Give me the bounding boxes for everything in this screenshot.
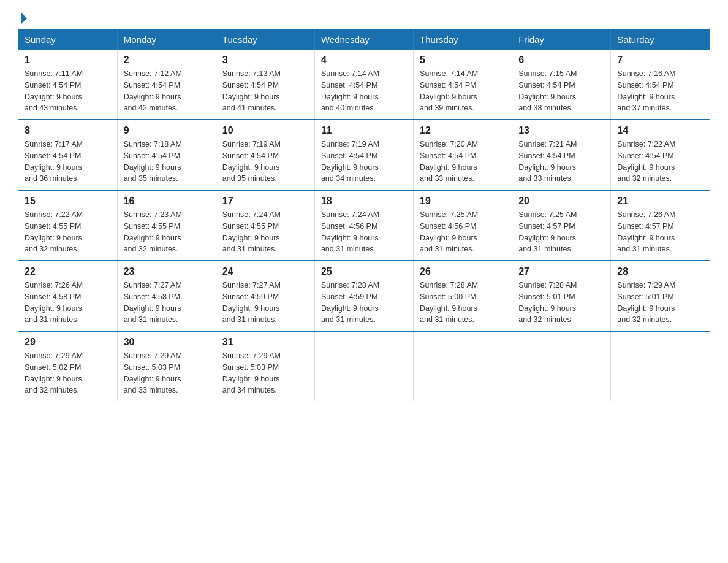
calendar-cell: 3 Sunrise: 7:13 AM Sunset: 4:54 PM Dayli… <box>216 50 314 120</box>
calendar-cell: 31 Sunrise: 7:29 AM Sunset: 5:03 PM Dayl… <box>216 331 314 401</box>
header-friday: Friday <box>512 29 611 50</box>
day-info: Sunrise: 7:14 AM Sunset: 4:54 PM Dayligh… <box>321 68 407 114</box>
calendar-cell: 20 Sunrise: 7:25 AM Sunset: 4:57 PM Dayl… <box>512 190 611 261</box>
calendar-cell: 9 Sunrise: 7:18 AM Sunset: 4:54 PM Dayli… <box>117 120 216 190</box>
calendar-cell: 29 Sunrise: 7:29 AM Sunset: 5:02 PM Dayl… <box>18 331 117 401</box>
calendar-week-2: 8 Sunrise: 7:17 AM Sunset: 4:54 PM Dayli… <box>18 120 710 190</box>
calendar-cell: 28 Sunrise: 7:29 AM Sunset: 5:01 PM Dayl… <box>611 261 710 331</box>
calendar-cell: 10 Sunrise: 7:19 AM Sunset: 4:54 PM Dayl… <box>216 120 314 190</box>
day-number: 14 <box>617 125 703 136</box>
calendar-cell: 1 Sunrise: 7:11 AM Sunset: 4:54 PM Dayli… <box>18 50 117 120</box>
calendar-table: SundayMondayTuesdayWednesdayThursdayFrid… <box>18 29 710 401</box>
logo-top <box>18 12 27 22</box>
calendar-cell: 13 Sunrise: 7:21 AM Sunset: 4:54 PM Dayl… <box>512 120 611 190</box>
day-info: Sunrise: 7:13 AM Sunset: 4:54 PM Dayligh… <box>222 68 308 114</box>
calendar-cell: 12 Sunrise: 7:20 AM Sunset: 4:54 PM Dayl… <box>414 120 512 190</box>
calendar-cell: 19 Sunrise: 7:25 AM Sunset: 4:56 PM Dayl… <box>414 190 512 261</box>
day-number: 15 <box>25 196 111 207</box>
header-monday: Monday <box>117 29 216 50</box>
day-number: 12 <box>420 125 506 136</box>
day-info: Sunrise: 7:22 AM Sunset: 4:54 PM Dayligh… <box>617 139 703 185</box>
day-info: Sunrise: 7:21 AM Sunset: 4:54 PM Dayligh… <box>518 139 604 185</box>
calendar-cell: 22 Sunrise: 7:26 AM Sunset: 4:58 PM Dayl… <box>18 261 117 331</box>
day-number: 13 <box>518 125 604 136</box>
calendar-cell <box>314 331 413 401</box>
day-number: 30 <box>124 337 210 348</box>
day-info: Sunrise: 7:28 AM Sunset: 4:59 PM Dayligh… <box>321 280 407 326</box>
calendar-cell: 17 Sunrise: 7:24 AM Sunset: 4:55 PM Dayl… <box>216 190 314 261</box>
day-info: Sunrise: 7:19 AM Sunset: 4:54 PM Dayligh… <box>321 139 407 185</box>
day-number: 9 <box>124 125 210 136</box>
day-info: Sunrise: 7:19 AM Sunset: 4:54 PM Dayligh… <box>222 139 308 185</box>
day-number: 10 <box>222 125 308 136</box>
calendar-cell: 18 Sunrise: 7:24 AM Sunset: 4:56 PM Dayl… <box>314 190 413 261</box>
day-info: Sunrise: 7:25 AM Sunset: 4:56 PM Dayligh… <box>420 209 506 255</box>
calendar-cell: 2 Sunrise: 7:12 AM Sunset: 4:54 PM Dayli… <box>117 50 216 120</box>
day-number: 8 <box>25 125 111 136</box>
day-number: 3 <box>222 55 308 66</box>
header-tuesday: Tuesday <box>216 29 314 50</box>
day-info: Sunrise: 7:20 AM Sunset: 4:54 PM Dayligh… <box>420 139 506 185</box>
day-info: Sunrise: 7:29 AM Sunset: 5:03 PM Dayligh… <box>124 350 210 396</box>
day-number: 27 <box>518 266 604 277</box>
calendar-week-3: 15 Sunrise: 7:22 AM Sunset: 4:55 PM Dayl… <box>18 190 710 261</box>
day-info: Sunrise: 7:22 AM Sunset: 4:55 PM Dayligh… <box>25 209 111 255</box>
day-number: 29 <box>25 337 111 348</box>
calendar-cell: 14 Sunrise: 7:22 AM Sunset: 4:54 PM Dayl… <box>611 120 710 190</box>
calendar-cell: 23 Sunrise: 7:27 AM Sunset: 4:58 PM Dayl… <box>117 261 216 331</box>
logo <box>18 12 27 20</box>
day-info: Sunrise: 7:29 AM Sunset: 5:01 PM Dayligh… <box>617 280 703 326</box>
day-info: Sunrise: 7:28 AM Sunset: 5:01 PM Dayligh… <box>518 280 604 326</box>
day-number: 4 <box>321 55 407 66</box>
day-info: Sunrise: 7:26 AM Sunset: 4:57 PM Dayligh… <box>617 209 703 255</box>
day-info: Sunrise: 7:28 AM Sunset: 5:00 PM Dayligh… <box>420 280 506 326</box>
header-wednesday: Wednesday <box>314 29 413 50</box>
day-info: Sunrise: 7:24 AM Sunset: 4:56 PM Dayligh… <box>321 209 407 255</box>
day-number: 1 <box>25 55 111 66</box>
page-header <box>18 12 710 20</box>
calendar-week-4: 22 Sunrise: 7:26 AM Sunset: 4:58 PM Dayl… <box>18 261 710 331</box>
calendar-cell: 15 Sunrise: 7:22 AM Sunset: 4:55 PM Dayl… <box>18 190 117 261</box>
day-number: 17 <box>222 196 308 207</box>
day-info: Sunrise: 7:27 AM Sunset: 4:58 PM Dayligh… <box>124 280 210 326</box>
day-info: Sunrise: 7:14 AM Sunset: 4:54 PM Dayligh… <box>420 68 506 114</box>
day-number: 31 <box>222 337 308 348</box>
day-number: 23 <box>124 266 210 277</box>
calendar-cell: 26 Sunrise: 7:28 AM Sunset: 5:00 PM Dayl… <box>414 261 512 331</box>
day-number: 21 <box>617 196 703 207</box>
calendar-cell: 25 Sunrise: 7:28 AM Sunset: 4:59 PM Dayl… <box>314 261 413 331</box>
header-thursday: Thursday <box>414 29 512 50</box>
day-number: 5 <box>420 55 506 66</box>
calendar-cell: 8 Sunrise: 7:17 AM Sunset: 4:54 PM Dayli… <box>18 120 117 190</box>
calendar-cell: 24 Sunrise: 7:27 AM Sunset: 4:59 PM Dayl… <box>216 261 314 331</box>
calendar-header-row: SundayMondayTuesdayWednesdayThursdayFrid… <box>18 29 710 50</box>
calendar-week-1: 1 Sunrise: 7:11 AM Sunset: 4:54 PM Dayli… <box>18 50 710 120</box>
header-saturday: Saturday <box>611 29 710 50</box>
day-info: Sunrise: 7:11 AM Sunset: 4:54 PM Dayligh… <box>25 68 111 114</box>
day-info: Sunrise: 7:26 AM Sunset: 4:58 PM Dayligh… <box>25 280 111 326</box>
calendar-cell: 16 Sunrise: 7:23 AM Sunset: 4:55 PM Dayl… <box>117 190 216 261</box>
day-number: 19 <box>420 196 506 207</box>
day-number: 22 <box>25 266 111 277</box>
calendar-cell: 21 Sunrise: 7:26 AM Sunset: 4:57 PM Dayl… <box>611 190 710 261</box>
calendar-cell: 27 Sunrise: 7:28 AM Sunset: 5:01 PM Dayl… <box>512 261 611 331</box>
day-info: Sunrise: 7:15 AM Sunset: 4:54 PM Dayligh… <box>518 68 604 114</box>
day-number: 24 <box>222 266 308 277</box>
day-number: 2 <box>124 55 210 66</box>
day-number: 16 <box>124 196 210 207</box>
day-info: Sunrise: 7:18 AM Sunset: 4:54 PM Dayligh… <box>124 139 210 185</box>
day-info: Sunrise: 7:16 AM Sunset: 4:54 PM Dayligh… <box>617 68 703 114</box>
calendar-cell: 7 Sunrise: 7:16 AM Sunset: 4:54 PM Dayli… <box>611 50 710 120</box>
day-number: 18 <box>321 196 407 207</box>
day-info: Sunrise: 7:29 AM Sunset: 5:03 PM Dayligh… <box>222 350 308 396</box>
calendar-cell <box>611 331 710 401</box>
day-number: 7 <box>617 55 703 66</box>
calendar-cell <box>512 331 611 401</box>
day-info: Sunrise: 7:17 AM Sunset: 4:54 PM Dayligh… <box>25 139 111 185</box>
day-number: 6 <box>518 55 604 66</box>
calendar-cell: 5 Sunrise: 7:14 AM Sunset: 4:54 PM Dayli… <box>414 50 512 120</box>
calendar-cell <box>414 331 512 401</box>
day-info: Sunrise: 7:27 AM Sunset: 4:59 PM Dayligh… <box>222 280 308 326</box>
day-number: 26 <box>420 266 506 277</box>
day-number: 25 <box>321 266 407 277</box>
